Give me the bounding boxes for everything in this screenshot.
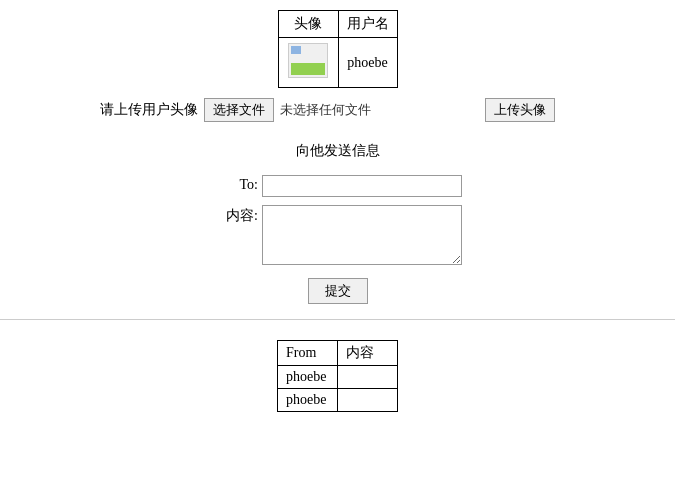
upload-avatar-button[interactable]: 上传头像 — [485, 98, 555, 122]
avatar-cell — [278, 38, 338, 88]
username-cell: phoebe — [338, 38, 397, 88]
content-textarea[interactable] — [262, 205, 462, 265]
user-row: phoebe — [278, 38, 397, 88]
message-section: 向他发送信息 To: 内容: 提交 — [213, 142, 462, 304]
user-table: 头像 用户名 phoebe — [278, 10, 398, 88]
content-header: 内容 — [338, 341, 398, 366]
content-row: 内容: — [213, 205, 462, 265]
upload-section: 请上传用户头像 选择文件 未选择任何文件 上传头像 — [40, 98, 635, 122]
from-cell: phoebe — [278, 366, 338, 389]
no-file-text: 未选择任何文件 — [280, 101, 371, 119]
to-row: To: — [213, 175, 462, 197]
from-header: From — [278, 341, 338, 366]
avatar-image — [288, 43, 328, 78]
submit-button[interactable]: 提交 — [308, 278, 368, 304]
content-cell — [338, 389, 398, 412]
content-cell — [338, 366, 398, 389]
upload-label: 请上传用户头像 — [100, 101, 198, 119]
username-header: 用户名 — [338, 11, 397, 38]
table-row: phoebe — [278, 366, 398, 389]
bottom-section: From 内容 phoebe phoebe — [0, 335, 675, 412]
messages-table: From 内容 phoebe phoebe — [277, 340, 398, 412]
to-input[interactable] — [262, 175, 462, 197]
divider — [0, 319, 675, 320]
from-cell: phoebe — [278, 389, 338, 412]
avatar-header: 头像 — [278, 11, 338, 38]
choose-file-button[interactable]: 选择文件 — [204, 98, 274, 122]
to-label: To: — [213, 175, 258, 193]
send-title: 向他发送信息 — [296, 142, 380, 160]
table-row: phoebe — [278, 389, 398, 412]
content-label: 内容: — [213, 205, 258, 225]
